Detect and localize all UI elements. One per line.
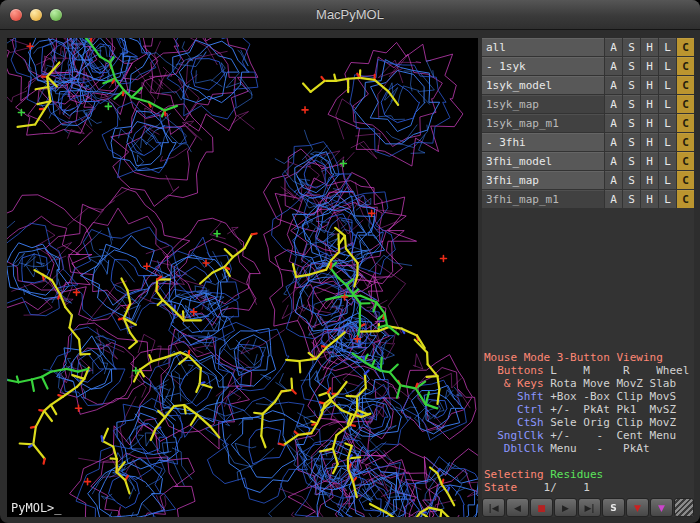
record-menu-button[interactable]: ▼ (626, 498, 649, 517)
object-hide-button[interactable]: H (641, 171, 658, 189)
object-name-1sykmap[interactable]: 1syk_map (482, 95, 604, 113)
object-color-button[interactable]: C (677, 133, 694, 151)
object-color-button[interactable]: C (677, 114, 694, 132)
object-color-button[interactable]: C (677, 190, 694, 208)
minimize-button[interactable] (30, 9, 42, 21)
traffic-lights (10, 0, 62, 29)
object-show-button[interactable]: S (623, 57, 640, 75)
object-color-button[interactable]: C (677, 38, 694, 56)
movie-menu-button[interactable]: ▼ (650, 498, 673, 517)
object-action-button[interactable]: A (605, 76, 622, 94)
object-label-button[interactable]: L (659, 133, 676, 151)
object-action-button[interactable]: A (605, 171, 622, 189)
object-action-button[interactable]: A (605, 190, 622, 208)
object-show-button[interactable]: S (623, 38, 640, 56)
object-name-3fhimap[interactable]: 3fhi_map (482, 171, 604, 189)
object-row: 3fhi_modelASHLC (482, 152, 694, 170)
object-row: allASHLC (482, 38, 694, 56)
command-cursor: _ (54, 501, 61, 515)
object-show-button[interactable]: S (623, 95, 640, 113)
object-action-button[interactable]: A (605, 95, 622, 113)
ctrl-row-line: Ctrl +/- PkAt Pk1 MvSZ (484, 403, 694, 416)
macpymol-window: MacPyMOL PyMOL>_ allASHLC- 1sykASHLC1syk… (0, 0, 700, 523)
mouse-panel-text-segment: Residues (550, 468, 603, 481)
scene-button[interactable]: S (602, 498, 625, 517)
object-label-button[interactable]: L (659, 114, 676, 132)
object-list: allASHLC- 1sykASHLC1syk_modelASHLC1syk_m… (482, 38, 694, 209)
spacer-line (484, 455, 694, 468)
movie-stop-button[interactable]: ■ (530, 498, 553, 517)
mouse-mode-line[interactable]: Mouse Mode 3-Button Viewing (484, 351, 694, 364)
object-action-button[interactable]: A (605, 38, 622, 56)
object-action-button[interactable]: A (605, 57, 622, 75)
object-name-all[interactable]: all (482, 38, 604, 56)
mouse-panel-text-segment: 3-Button Viewing (557, 351, 663, 364)
mouse-panel-text-segment: Menu - PkAt (550, 442, 649, 455)
movie-first-button[interactable]: |◀ (482, 498, 505, 517)
movie-play-button[interactable]: ▶ (554, 498, 577, 517)
ctsh-row-line: CtSh Sele Orig Clip MovZ (484, 416, 694, 429)
object-name-1syk[interactable]: - 1syk (482, 57, 604, 75)
object-name-3fhi[interactable]: - 3fhi (482, 133, 604, 151)
object-color-button[interactable]: C (677, 57, 694, 75)
object-hide-button[interactable]: H (641, 38, 658, 56)
object-label-button[interactable]: L (659, 152, 676, 170)
mouse-panel-text-segment: 1/ 1 (524, 481, 590, 494)
zoom-button[interactable] (50, 9, 62, 21)
object-hide-button[interactable]: H (641, 95, 658, 113)
object-name-1sykmodel[interactable]: 1syk_model (482, 76, 604, 94)
object-show-button[interactable]: S (623, 114, 640, 132)
mouse-panel-text-segment: Ctrl (484, 403, 550, 416)
object-row: 1syk_modelASHLC (482, 76, 694, 94)
object-action-button[interactable]: A (605, 152, 622, 170)
object-show-button[interactable]: S (623, 76, 640, 94)
object-label-button[interactable]: L (659, 38, 676, 56)
object-hide-button[interactable]: H (641, 57, 658, 75)
object-show-button[interactable]: S (623, 152, 640, 170)
movie-last-button[interactable]: ▶| (578, 498, 601, 517)
keys-row-line: & Keys Rota Move MovZ Slab (484, 377, 694, 390)
mouse-panel-text-segment: Buttons (484, 364, 550, 377)
mouse-panel-text-segment: +Box -Box Clip MovS (550, 390, 676, 403)
titlebar[interactable]: MacPyMOL (0, 0, 700, 30)
mouse-panel-text-segment: CtSh (484, 416, 550, 429)
object-color-button[interactable]: C (677, 95, 694, 113)
mouse-panel-text-segment: L M R Wheel (550, 364, 689, 377)
object-color-button[interactable]: C (677, 171, 694, 189)
object-name-1sykmapm1[interactable]: 1syk_map_m1 (482, 114, 604, 132)
object-hide-button[interactable]: H (641, 133, 658, 151)
object-row: - 1sykASHLC (482, 57, 694, 75)
object-label-button[interactable]: L (659, 171, 676, 189)
object-action-button[interactable]: A (605, 114, 622, 132)
object-hide-button[interactable]: H (641, 190, 658, 208)
object-color-button[interactable]: C (677, 76, 694, 94)
mouse-panel-text-segment: DblClk (484, 442, 550, 455)
object-hide-button[interactable]: H (641, 114, 658, 132)
molecule-viewport[interactable] (7, 38, 478, 517)
resize-grip[interactable] (674, 498, 694, 517)
close-button[interactable] (10, 9, 22, 21)
object-name-3fhimapm1[interactable]: 3fhi_map_m1 (482, 190, 604, 208)
mouse-panel-text-segment: State (484, 481, 524, 494)
object-label-button[interactable]: L (659, 57, 676, 75)
object-show-button[interactable]: S (623, 190, 640, 208)
object-label-button[interactable]: L (659, 76, 676, 94)
object-hide-button[interactable]: H (641, 152, 658, 170)
state-line[interactable]: State 1/ 1 (484, 481, 694, 494)
command-line[interactable]: PyMOL>_ (11, 501, 62, 515)
object-label-button[interactable]: L (659, 190, 676, 208)
object-row: 1syk_mapASHLC (482, 95, 694, 113)
object-hide-button[interactable]: H (641, 76, 658, 94)
object-show-button[interactable]: S (623, 133, 640, 151)
movie-prev-button[interactable]: ◀ (506, 498, 529, 517)
command-prompt: PyMOL> (11, 501, 54, 515)
object-color-button[interactable]: C (677, 152, 694, 170)
mouse-panel-text-segment: & Keys (484, 377, 550, 390)
mouse-panel-text-segment: +/- - Cent Menu (550, 429, 676, 442)
selecting-line[interactable]: Selecting Residues (484, 468, 694, 481)
object-label-button[interactable]: L (659, 95, 676, 113)
object-show-button[interactable]: S (623, 171, 640, 189)
object-name-3fhimodel[interactable]: 3fhi_model (482, 152, 604, 170)
window-title: MacPyMOL (316, 7, 384, 22)
object-action-button[interactable]: A (605, 133, 622, 151)
